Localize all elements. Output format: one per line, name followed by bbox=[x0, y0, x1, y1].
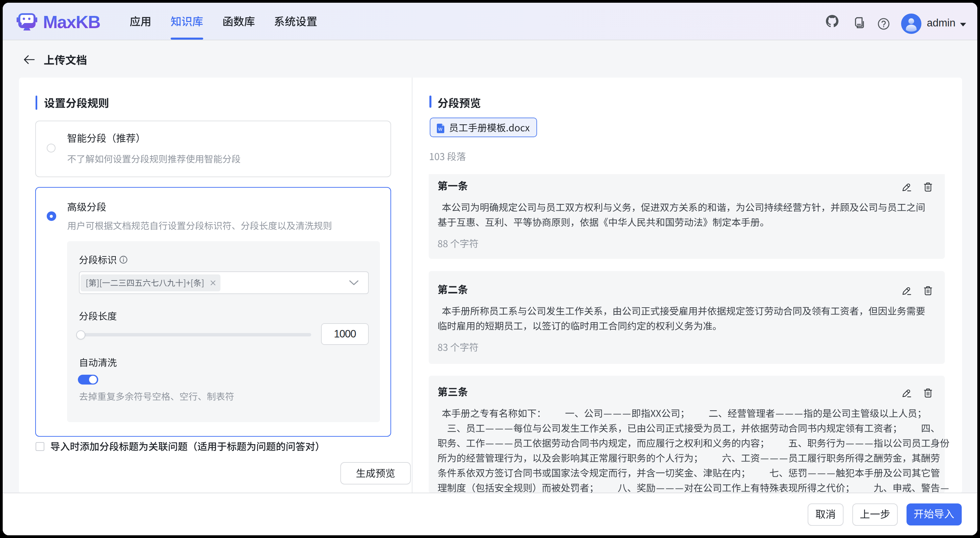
svg-text:W: W bbox=[438, 127, 442, 132]
